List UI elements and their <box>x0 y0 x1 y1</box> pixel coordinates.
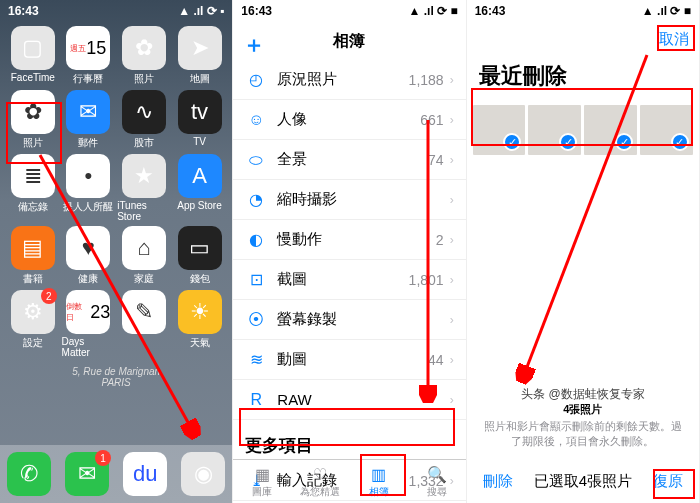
status-bar: 16:43 ▲ .ıl ⟳ ▪ <box>0 0 232 22</box>
app-App Store[interactable]: AApp Store <box>173 154 227 222</box>
app-照片[interactable]: ✿照片 <box>6 90 60 150</box>
photo-grid: ✓ ✓ ✓ ✓ <box>467 95 699 165</box>
check-icon: ✓ <box>615 133 633 151</box>
row-label: 動圖 <box>277 350 428 369</box>
app-股市[interactable]: ∿股市 <box>117 90 171 150</box>
app-TV[interactable]: tvTV <box>173 90 227 150</box>
photo-thumb[interactable]: ✓ <box>640 105 693 155</box>
chevron-icon: › <box>450 233 454 247</box>
chevron-icon: › <box>450 73 454 87</box>
tab-搜尋[interactable]: 🔍搜尋 <box>408 460 466 503</box>
row-label: 人像 <box>277 110 420 129</box>
attribution: 头条 @数据蛙恢复专家 <box>467 386 699 403</box>
row-count: 661 <box>420 112 443 128</box>
row-icon: ☺ <box>245 111 267 129</box>
app-天氣[interactable]: ☀天氣 <box>173 290 227 358</box>
row-count: 1,188 <box>409 72 444 88</box>
album-row[interactable]: RRAW› <box>233 380 465 420</box>
row-count: 1,801 <box>409 272 444 288</box>
row-count: 44 <box>428 352 444 368</box>
app-grid: ▢FaceTime週五15行事曆✿照片➤地圖✿照片✉郵件∿股市tvTV≣備忘錄•… <box>0 22 232 362</box>
tab-相簿[interactable]: ▥相簿 <box>349 460 407 503</box>
recover-button[interactable]: 復原 <box>653 472 683 491</box>
app-郵件[interactable]: ✉郵件 <box>62 90 116 150</box>
app-設定[interactable]: ⚙2設定 <box>6 290 60 358</box>
app-FaceTime[interactable]: ▢FaceTime <box>6 26 60 86</box>
recently-deleted-screen: 16:43 ▲ .ıl ⟳ ■ 取消 最近刪除 ✓ ✓ ✓ ✓ 头条 @数据蛙恢… <box>467 0 700 503</box>
wallpaper-text: 5, Rue de Marignan PARIS <box>0 366 232 388</box>
row-icon: ◔ <box>245 190 267 209</box>
album-row[interactable]: ⬭全景74› <box>233 140 465 180</box>
row-icon: ◴ <box>245 70 267 89</box>
status-time: 16:43 <box>241 4 272 18</box>
dock-app[interactable]: ✆ <box>7 452 51 496</box>
row-label: 慢動作 <box>277 230 436 249</box>
app-錢包[interactable]: ▭錢包 <box>173 226 227 286</box>
dock-app[interactable]: du <box>123 452 167 496</box>
chevron-icon: › <box>450 193 454 207</box>
app-健康[interactable]: ♥健康 <box>62 226 116 286</box>
row-icon: R <box>245 391 267 409</box>
status-icons: ▲ .ıl ⟳ ■ <box>409 4 458 18</box>
album-row[interactable]: ◔縮時攝影› <box>233 180 465 220</box>
page-title: 最近刪除 <box>467 57 699 95</box>
status-time: 16:43 <box>475 4 506 18</box>
photo-thumb[interactable]: ✓ <box>473 105 526 155</box>
add-button[interactable]: ＋ <box>243 30 265 60</box>
dock-app[interactable]: ◉ <box>181 452 225 496</box>
photo-thumb[interactable]: ✓ <box>528 105 581 155</box>
info-text: 4張照片 照片和影片會顯示刪除前的剩餘天數。過了期限後，項目會永久刪除。 <box>467 402 699 449</box>
album-row[interactable]: ◴原況照片1,188› <box>233 60 465 100</box>
dock: ✆✉1du◉ <box>0 445 232 503</box>
app-地圖[interactable]: ➤地圖 <box>173 26 227 86</box>
app-提人人所醒[interactable]: •提人人所醒 <box>62 154 116 222</box>
navbar: ＋ 相簿 <box>233 22 465 60</box>
app-Days Matter[interactable]: 倒數日23Days Matter <box>62 290 116 358</box>
status-icons: ▲ .ıl ⟳ ▪ <box>178 4 224 18</box>
chevron-icon: › <box>450 153 454 167</box>
row-icon: ⊡ <box>245 270 267 289</box>
chevron-icon: › <box>450 273 454 287</box>
row-count: 74 <box>428 152 444 168</box>
app-item[interactable]: ✎ <box>117 290 171 358</box>
bottom-toolbar: 刪除 已選取4張照片 復原 <box>467 459 699 503</box>
row-icon: ≋ <box>245 350 267 369</box>
row-label: RAW <box>277 391 443 408</box>
row-icon: ⬭ <box>245 151 267 169</box>
tab-bar: ▦圖庫♡為您精選▥相簿🔍搜尋 <box>233 459 465 503</box>
chevron-icon: › <box>450 113 454 127</box>
row-label: 全景 <box>277 150 428 169</box>
app-備忘錄[interactable]: ≣備忘錄 <box>6 154 60 222</box>
photo-thumb[interactable]: ✓ <box>584 105 637 155</box>
check-icon: ✓ <box>503 133 521 151</box>
check-icon: ✓ <box>559 133 577 151</box>
album-row[interactable]: ⦿螢幕錄製› <box>233 300 465 340</box>
row-icon: ◐ <box>245 230 267 249</box>
app-行事曆[interactable]: 週五15行事曆 <box>62 26 116 86</box>
album-list: ◴原況照片1,188›☺人像661›⬭全景74›◔縮時攝影›◐慢動作2›⊡截圖1… <box>233 60 465 503</box>
album-row[interactable]: ⊡截圖1,801› <box>233 260 465 300</box>
home-screen: 16:43 ▲ .ıl ⟳ ▪ ▢FaceTime週五15行事曆✿照片➤地圖✿照… <box>0 0 233 503</box>
app-照片[interactable]: ✿照片 <box>117 26 171 86</box>
tab-為您精選[interactable]: ♡為您精選 <box>291 460 349 503</box>
tab-圖庫[interactable]: ▦圖庫 <box>233 460 291 503</box>
check-icon: ✓ <box>671 133 689 151</box>
albums-screen: 16:43 ▲ .ıl ⟳ ■ ＋ 相簿 ◴原況照片1,188›☺人像661›⬭… <box>233 0 466 503</box>
chevron-icon: › <box>450 393 454 407</box>
album-row[interactable]: ☺人像661› <box>233 100 465 140</box>
header: 取消 <box>467 22 699 57</box>
status-time: 16:43 <box>8 4 39 18</box>
app-iTunes Store[interactable]: ★iTunes Store <box>117 154 171 222</box>
delete-button[interactable]: 刪除 <box>483 472 513 491</box>
album-row[interactable]: ◐慢動作2› <box>233 220 465 260</box>
row-label: 截圖 <box>277 270 408 289</box>
status-bar: 16:43 ▲ .ıl ⟳ ■ <box>233 0 465 22</box>
app-家庭[interactable]: ⌂家庭 <box>117 226 171 286</box>
album-row[interactable]: ≋動圖44› <box>233 340 465 380</box>
cancel-button[interactable]: 取消 <box>659 30 689 49</box>
dock-app[interactable]: ✉1 <box>65 452 109 496</box>
app-書籍[interactable]: ▤書籍 <box>6 226 60 286</box>
selected-count: 已選取4張照片 <box>534 472 632 491</box>
row-icon: ⦿ <box>245 311 267 329</box>
chevron-icon: › <box>450 353 454 367</box>
